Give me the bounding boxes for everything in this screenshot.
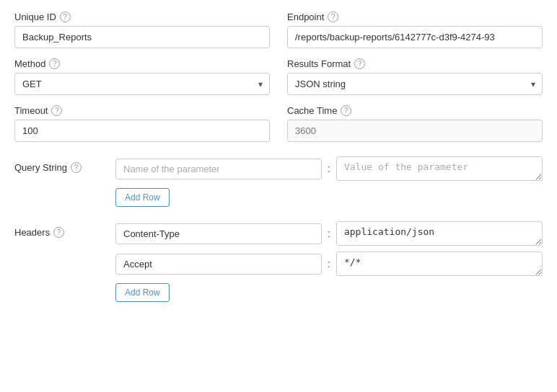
timeout-help-icon[interactable]: ?	[51, 105, 62, 116]
endpoint-help-icon[interactable]: ?	[328, 12, 338, 22]
method-field: Method ? GET POST PUT DELETE PATCH ▾	[14, 58, 270, 95]
cache-time-field: Cache Time ?	[287, 105, 543, 142]
headers-help-icon[interactable]: ?	[53, 227, 64, 238]
query-string-content: : Add Row	[115, 156, 543, 207]
query-string-section-inner: Query String ? : Add Row	[14, 156, 543, 207]
results-format-field: Results Format ? JSON string XML CSV ▾	[287, 58, 543, 95]
header-row1-colon: :	[326, 228, 332, 239]
timeout-input[interactable]	[14, 120, 270, 142]
timeout-field: Timeout ?	[14, 105, 270, 142]
results-format-help-icon[interactable]: ?	[354, 58, 365, 69]
cache-time-label: Cache Time ?	[287, 105, 543, 116]
header-row-2: :	[115, 251, 543, 276]
query-string-add-row-wrapper: Add Row	[115, 187, 543, 207]
results-format-label: Results Format ?	[287, 58, 543, 69]
header-row1-name-input[interactable]	[115, 223, 322, 244]
query-string-colon: :	[326, 163, 332, 174]
query-string-add-row-button[interactable]: Add Row	[115, 188, 170, 207]
headers-section-inner: Headers ? : : Add Row	[14, 221, 543, 302]
endpoint-input[interactable]	[287, 26, 543, 48]
method-label: Method ?	[14, 58, 270, 69]
header-row2-name-input[interactable]	[115, 254, 322, 275]
unique-id-field: Unique ID ?	[14, 12, 270, 48]
header-row2-colon: :	[326, 258, 332, 270]
headers-label: Headers ?	[14, 227, 115, 238]
method-select[interactable]: GET POST PUT DELETE PATCH	[14, 73, 270, 95]
unique-id-help-icon[interactable]: ?	[60, 12, 71, 22]
header-row-1: :	[115, 221, 543, 246]
query-string-help-icon[interactable]: ?	[71, 162, 82, 173]
method-select-wrapper: GET POST PUT DELETE PATCH ▾	[14, 73, 270, 95]
headers-add-row-wrapper: Add Row	[115, 282, 543, 302]
query-string-value-input[interactable]	[336, 156, 543, 181]
method-help-icon[interactable]: ?	[49, 58, 60, 69]
unique-id-label: Unique ID ?	[14, 12, 270, 22]
headers-content: : : Add Row	[115, 221, 543, 302]
query-string-section: Query String ? : Add Row	[14, 152, 543, 207]
headers-label-col: Headers ?	[14, 221, 115, 238]
cache-time-help-icon[interactable]: ?	[341, 105, 351, 116]
endpoint-label: Endpoint ?	[287, 12, 543, 22]
headers-add-row-button[interactable]: Add Row	[115, 283, 170, 302]
cache-time-input[interactable]	[287, 120, 543, 142]
query-string-label: Query String ?	[14, 162, 115, 173]
header-row1-value-input[interactable]	[336, 221, 543, 246]
timeout-label: Timeout ?	[14, 105, 270, 116]
results-format-select-wrapper: JSON string XML CSV ▾	[287, 73, 543, 95]
headers-section: Headers ? : : Add Row	[14, 217, 543, 302]
query-string-label-col: Query String ?	[14, 156, 115, 173]
query-string-name-input[interactable]	[115, 159, 322, 179]
unique-id-input[interactable]	[14, 26, 270, 48]
header-row2-value-input[interactable]	[336, 251, 543, 276]
query-string-row: :	[115, 156, 543, 181]
endpoint-field: Endpoint ?	[287, 12, 543, 48]
results-format-select[interactable]: JSON string XML CSV	[287, 73, 543, 95]
